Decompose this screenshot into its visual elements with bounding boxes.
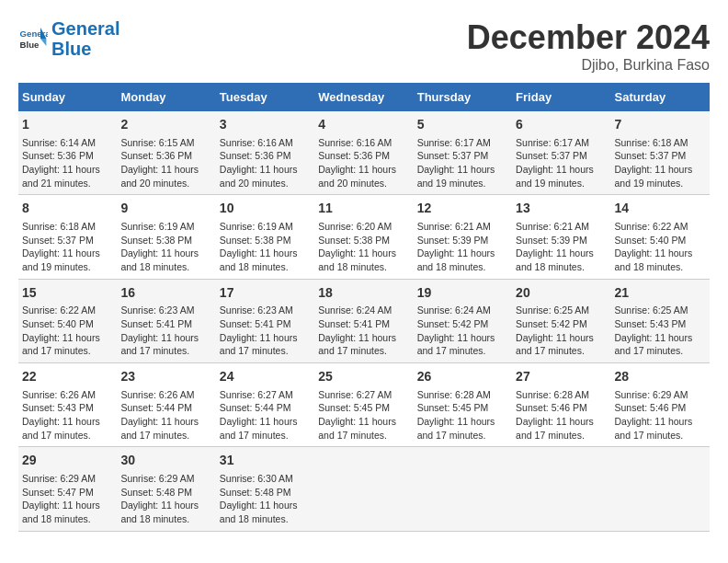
location-title: Djibo, Burkina Faso — [467, 57, 710, 74]
cell-info: Sunrise: 6:30 AMSunset: 5:48 PMDaylight:… — [220, 472, 311, 526]
cell-info: Sunrise: 6:27 AMSunset: 5:44 PMDaylight:… — [220, 388, 311, 442]
cell-info: Sunrise: 6:29 AMSunset: 5:47 PMDaylight:… — [22, 472, 113, 526]
calendar-cell: 15Sunrise: 6:22 AMSunset: 5:40 PMDayligh… — [18, 279, 117, 362]
logo-text: General Blue — [51, 18, 119, 59]
cell-info: Sunrise: 6:18 AMSunset: 5:37 PMDaylight:… — [22, 220, 113, 274]
calendar-cell — [512, 447, 610, 531]
calendar-cell: 27Sunrise: 6:28 AMSunset: 5:46 PMDayligh… — [512, 363, 610, 447]
week-row-4: 22Sunrise: 6:26 AMSunset: 5:43 PMDayligh… — [18, 363, 710, 447]
cell-info: Sunrise: 6:28 AMSunset: 5:45 PMDaylight:… — [417, 388, 508, 442]
cell-info: Sunrise: 6:16 AMSunset: 5:36 PMDaylight:… — [220, 136, 311, 190]
week-row-3: 15Sunrise: 6:22 AMSunset: 5:40 PMDayligh… — [18, 279, 710, 362]
cell-info: Sunrise: 6:19 AMSunset: 5:38 PMDaylight:… — [120, 220, 211, 274]
month-title: December 2024 — [467, 18, 710, 57]
calendar-cell: 14Sunrise: 6:22 AMSunset: 5:40 PMDayligh… — [611, 195, 710, 279]
day-number: 15 — [22, 284, 113, 303]
cell-info: Sunrise: 6:18 AMSunset: 5:37 PMDaylight:… — [615, 136, 706, 190]
day-number: 7 — [615, 116, 706, 134]
calendar-cell: 28Sunrise: 6:29 AMSunset: 5:46 PMDayligh… — [611, 363, 710, 447]
day-number: 24 — [220, 368, 311, 386]
day-number: 29 — [22, 452, 113, 470]
day-number: 6 — [516, 116, 607, 134]
calendar-cell: 26Sunrise: 6:28 AMSunset: 5:45 PMDayligh… — [414, 363, 512, 447]
day-number: 5 — [417, 116, 508, 134]
calendar-cell: 19Sunrise: 6:24 AMSunset: 5:42 PMDayligh… — [414, 279, 512, 362]
day-number: 27 — [516, 368, 607, 386]
cell-info: Sunrise: 6:25 AMSunset: 5:43 PMDaylight:… — [615, 304, 706, 358]
calendar-table: SundayMondayTuesdayWednesdayThursdayFrid… — [18, 83, 710, 532]
calendar-cell: 20Sunrise: 6:25 AMSunset: 5:42 PMDayligh… — [512, 279, 610, 362]
calendar-cell — [314, 447, 413, 531]
day-number: 8 — [22, 200, 113, 218]
svg-marker-3 — [40, 39, 46, 46]
calendar-cell: 23Sunrise: 6:26 AMSunset: 5:44 PMDayligh… — [117, 363, 215, 447]
cell-info: Sunrise: 6:14 AMSunset: 5:36 PMDaylight:… — [22, 136, 113, 190]
calendar-cell: 21Sunrise: 6:25 AMSunset: 5:43 PMDayligh… — [611, 279, 710, 362]
col-header-sunday: Sunday — [18, 83, 117, 111]
calendar-cell: 2Sunrise: 6:15 AMSunset: 5:36 PMDaylight… — [117, 111, 215, 195]
calendar-cell: 22Sunrise: 6:26 AMSunset: 5:43 PMDayligh… — [18, 363, 117, 447]
day-number: 9 — [120, 200, 211, 218]
cell-info: Sunrise: 6:16 AMSunset: 5:36 PMDaylight:… — [318, 136, 409, 190]
calendar-cell: 31Sunrise: 6:30 AMSunset: 5:48 PMDayligh… — [216, 447, 314, 531]
day-number: 21 — [615, 284, 706, 303]
logo: General Blue General Blue — [18, 18, 119, 59]
week-row-2: 8Sunrise: 6:18 AMSunset: 5:37 PMDaylight… — [18, 195, 710, 279]
calendar-cell: 12Sunrise: 6:21 AMSunset: 5:39 PMDayligh… — [414, 195, 512, 279]
cell-info: Sunrise: 6:24 AMSunset: 5:42 PMDaylight:… — [417, 304, 508, 358]
header: General Blue General Blue December 2024 … — [18, 18, 710, 74]
cell-info: Sunrise: 6:21 AMSunset: 5:39 PMDaylight:… — [516, 220, 607, 274]
calendar-cell: 25Sunrise: 6:27 AMSunset: 5:45 PMDayligh… — [314, 363, 413, 447]
cell-info: Sunrise: 6:26 AMSunset: 5:44 PMDaylight:… — [120, 388, 211, 442]
day-number: 19 — [417, 284, 508, 303]
cell-info: Sunrise: 6:28 AMSunset: 5:46 PMDaylight:… — [516, 388, 607, 442]
calendar-cell: 24Sunrise: 6:27 AMSunset: 5:44 PMDayligh… — [216, 363, 314, 447]
cell-info: Sunrise: 6:17 AMSunset: 5:37 PMDaylight:… — [516, 136, 607, 190]
day-number: 22 — [22, 368, 113, 386]
day-number: 3 — [220, 116, 311, 134]
calendar-cell: 29Sunrise: 6:29 AMSunset: 5:47 PMDayligh… — [18, 447, 117, 531]
svg-text:Blue: Blue — [20, 40, 40, 50]
calendar-cell: 17Sunrise: 6:23 AMSunset: 5:41 PMDayligh… — [216, 279, 314, 362]
col-header-tuesday: Tuesday — [216, 83, 314, 111]
calendar-cell: 16Sunrise: 6:23 AMSunset: 5:41 PMDayligh… — [117, 279, 215, 362]
calendar-cell: 30Sunrise: 6:29 AMSunset: 5:48 PMDayligh… — [117, 447, 215, 531]
cell-info: Sunrise: 6:23 AMSunset: 5:41 PMDaylight:… — [220, 304, 311, 358]
cell-info: Sunrise: 6:23 AMSunset: 5:41 PMDaylight:… — [120, 304, 211, 358]
calendar-cell: 6Sunrise: 6:17 AMSunset: 5:37 PMDaylight… — [512, 111, 610, 195]
day-number: 31 — [220, 452, 311, 470]
col-header-saturday: Saturday — [611, 83, 710, 111]
day-number: 18 — [318, 284, 409, 303]
day-number: 20 — [516, 284, 607, 303]
cell-info: Sunrise: 6:21 AMSunset: 5:39 PMDaylight:… — [417, 220, 508, 274]
calendar-cell: 5Sunrise: 6:17 AMSunset: 5:37 PMDaylight… — [414, 111, 512, 195]
day-number: 10 — [220, 200, 311, 218]
calendar-cell: 4Sunrise: 6:16 AMSunset: 5:36 PMDaylight… — [314, 111, 413, 195]
week-row-5: 29Sunrise: 6:29 AMSunset: 5:47 PMDayligh… — [18, 447, 710, 531]
day-number: 30 — [120, 452, 211, 470]
week-row-1: 1Sunrise: 6:14 AMSunset: 5:36 PMDaylight… — [18, 111, 710, 195]
calendar-cell: 1Sunrise: 6:14 AMSunset: 5:36 PMDaylight… — [18, 111, 117, 195]
col-header-monday: Monday — [117, 83, 215, 111]
logo-icon: General Blue — [18, 24, 48, 53]
calendar-cell: 9Sunrise: 6:19 AMSunset: 5:38 PMDaylight… — [117, 195, 215, 279]
cell-info: Sunrise: 6:24 AMSunset: 5:41 PMDaylight:… — [318, 304, 409, 358]
title-area: December 2024 Djibo, Burkina Faso — [467, 18, 710, 74]
calendar-cell: 7Sunrise: 6:18 AMSunset: 5:37 PMDaylight… — [611, 111, 710, 195]
day-number: 1 — [22, 116, 113, 134]
cell-info: Sunrise: 6:22 AMSunset: 5:40 PMDaylight:… — [22, 304, 113, 358]
day-number: 23 — [120, 368, 211, 386]
day-number: 16 — [120, 284, 211, 303]
col-header-friday: Friday — [512, 83, 610, 111]
logo-blue: Blue — [51, 39, 91, 59]
cell-info: Sunrise: 6:29 AMSunset: 5:48 PMDaylight:… — [120, 472, 211, 526]
day-number: 26 — [417, 368, 508, 386]
day-number: 4 — [318, 116, 409, 134]
calendar-cell: 13Sunrise: 6:21 AMSunset: 5:39 PMDayligh… — [512, 195, 610, 279]
cell-info: Sunrise: 6:22 AMSunset: 5:40 PMDaylight:… — [615, 220, 706, 274]
day-number: 13 — [516, 200, 607, 218]
calendar-cell — [414, 447, 512, 531]
day-number: 25 — [318, 368, 409, 386]
calendar-cell — [611, 447, 710, 531]
cell-info: Sunrise: 6:20 AMSunset: 5:38 PMDaylight:… — [318, 220, 409, 274]
